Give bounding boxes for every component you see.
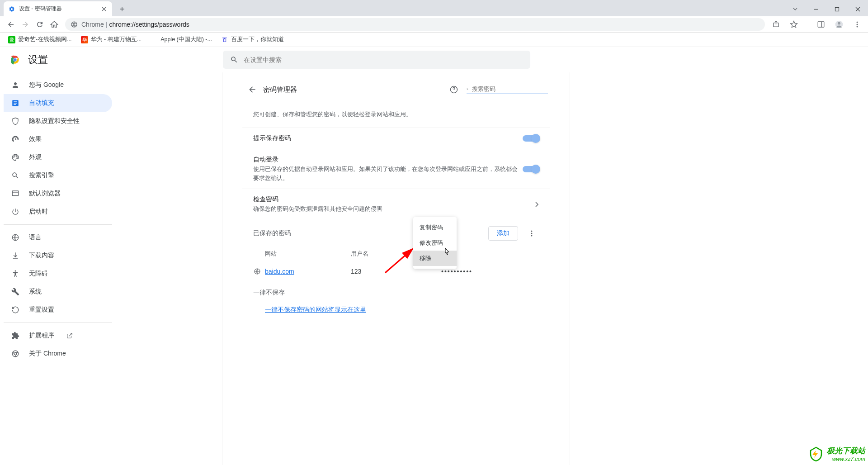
sidebar-item-performance[interactable]: 效果 [4,130,112,148]
paint-icon [11,153,20,162]
content-back-button[interactable] [244,81,260,98]
svg-point-11 [14,58,17,62]
svg-point-7 [857,24,858,25]
sidebar-item-system[interactable]: 系统 [4,283,112,301]
setting-auto-signin: 自动登录 使用已保存的凭据自动登录网站和应用。如果关闭了该功能，在您每次登录网站… [242,149,550,189]
share-icon[interactable] [769,17,783,32]
sidebar-item-reset[interactable]: 重置设置 [4,301,112,319]
restore-icon [11,305,20,314]
sidebar-item-appearance[interactable]: 外观 [4,148,112,166]
download-icon [11,251,20,260]
external-link-icon [66,332,73,339]
sidebar-item-autofill[interactable]: 自动填充 [4,94,112,112]
password-search-input[interactable] [472,85,548,92]
address-bar[interactable]: Chrome | chrome://settings/passwords [65,18,765,31]
new-tab-button[interactable] [116,3,128,15]
svg-point-6 [857,21,858,23]
toggle-auto-signin[interactable] [523,166,539,172]
person-icon [11,81,20,90]
sidebar-item-languages[interactable]: 语言 [4,228,112,247]
svg-rect-16 [12,191,19,196]
search-icon [11,171,20,180]
minimize-button[interactable] [806,2,826,16]
password-cell: •••••••••• [441,268,539,275]
svg-rect-3 [818,22,824,27]
site-link[interactable]: baidu.com [265,268,351,275]
password-row: baidu.com 123 •••••••••• [242,262,550,280]
sidebar: 您与 Google 自动填充 隐私设置和安全性 效果 外观 搜索引擎 默认浏览器… [0,72,116,465]
watermark-icon [808,446,824,462]
more-actions-button[interactable] [524,226,539,241]
globe-icon [11,233,20,242]
chevron-right-icon [535,202,539,207]
svg-point-5 [838,22,840,24]
svg-point-13 [14,156,15,157]
password-search[interactable] [467,85,548,94]
dropdown-icon[interactable] [785,2,806,16]
sidebar-item-extensions[interactable]: 扩展程序 [4,327,112,345]
toggle-offer-save[interactable] [523,135,539,142]
svg-point-15 [17,157,18,158]
reload-button[interactable] [33,17,47,32]
chrome-logo-icon [9,54,21,66]
settings-search-input[interactable] [244,56,523,63]
home-button[interactable] [47,17,61,32]
svg-point-14 [16,156,17,157]
power-icon [11,207,20,216]
browser-tab[interactable]: 设置 - 密码管理器 [4,1,112,16]
bookmark-item[interactable]: 华华为 - 构建万物互... [77,34,146,45]
wrench-icon [11,287,20,296]
table-header: 网站 用户名 密码 [242,245,550,262]
svg-point-23 [531,232,533,234]
svg-point-8 [857,26,858,27]
svg-point-12 [14,157,14,158]
globe-icon [253,267,261,275]
sidebar-item-privacy[interactable]: 隐私设置和安全性 [4,112,112,130]
svg-point-22 [531,230,533,232]
accessibility-icon [11,269,20,278]
forward-button[interactable] [18,17,33,32]
sidebar-item-search-engine[interactable]: 搜索引擎 [4,166,112,185]
speed-icon [11,135,20,144]
profile-icon[interactable] [832,17,846,32]
site-info-icon[interactable] [71,21,78,28]
sidebar-item-downloads[interactable]: 下载内容 [4,247,112,265]
sidebar-item-default-browser[interactable]: 默认浏览器 [4,185,112,203]
bookmark-item[interactable]: 爱爱奇艺-在线视频网... [5,34,75,45]
sidebar-item-you-google[interactable]: 您与 Google [4,76,112,94]
url-label: Chrome [81,21,104,28]
setting-check-passwords[interactable]: 检查密码 确保您的密码免受数据泄露和其他安全问题的侵害 [242,189,550,220]
svg-point-24 [531,235,533,236]
svg-point-18 [15,270,16,272]
close-icon[interactable] [100,5,108,13]
add-password-button[interactable]: 添加 [488,226,518,241]
sidebar-item-accessibility[interactable]: 无障碍 [4,265,112,283]
sidebar-item-about[interactable]: 关于 Chrome [4,345,112,363]
bookmark-item[interactable]: Apple (中国大陆) -... [147,34,216,45]
star-icon[interactable] [787,17,801,32]
tab-title: 设置 - 密码管理器 [19,5,100,13]
settings-search[interactable] [223,51,530,69]
content-description: 您可创建、保存和管理您的密码，以便轻松登录网站和应用。 [242,110,550,119]
gear-icon [8,5,15,13]
side-panel-icon[interactable] [814,17,828,32]
search-icon [467,85,468,93]
close-button[interactable] [847,2,868,16]
menu-icon[interactable] [850,17,864,32]
ctx-copy-password[interactable]: 复制密码 [413,220,457,235]
back-button[interactable] [4,17,18,32]
bookmarks-bar: 爱爱奇艺-在线视频网... 华华为 - 构建万物互... Apple (中国大陆… [0,33,868,47]
maximize-button[interactable] [826,2,847,16]
page-title: 密码管理器 [263,85,446,94]
autofill-icon [11,99,20,108]
cursor-icon [443,248,451,258]
svg-point-1 [71,22,77,27]
never-save-description: 一律不保存密码的网站将显示在这里 [242,299,550,320]
never-save-title: 一律不保存 [242,280,550,299]
sidebar-item-startup[interactable]: 启动时 [4,203,112,221]
help-icon[interactable] [446,81,462,98]
bookmark-item[interactable]: 百百度一下，你就知道 [217,34,288,45]
setting-offer-save: 提示保存密码 [242,128,550,149]
shield-icon [11,117,20,126]
chrome-icon [11,349,20,358]
